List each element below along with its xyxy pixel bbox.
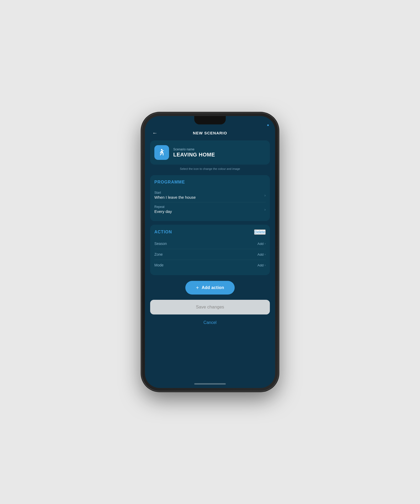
add-action-label: Add action — [202, 285, 224, 290]
mode-add: Add › — [258, 263, 266, 267]
phone-frame: ← NEW SCENARIO Scenario name LEAVI — [142, 113, 278, 391]
repeat-row[interactable]: Repeat Every day › — [154, 202, 266, 216]
mode-chevron: › — [265, 263, 266, 267]
season-add: Add › — [258, 242, 266, 246]
season-add-label: Add — [258, 242, 264, 246]
header: ← NEW SCENARIO — [150, 128, 270, 140]
programme-card: PROGRAMME Start When I leave the house ›… — [150, 175, 270, 221]
start-chevron: › — [264, 193, 266, 197]
icon-hint: Select the icon to change the colour and… — [150, 167, 270, 170]
zone-add: Add › — [258, 253, 266, 256]
add-action-button[interactable]: + Add action — [185, 281, 235, 295]
mode-add-label: Add — [258, 263, 264, 267]
action-title: ACTION — [154, 230, 172, 234]
season-chevron: › — [265, 242, 266, 245]
repeat-value: Every day — [154, 209, 172, 214]
scenario-name: LEAVING HOME — [173, 152, 215, 158]
home-indicator — [145, 380, 275, 388]
zone-chevron: › — [265, 253, 266, 256]
season-label: Season — [154, 242, 167, 246]
phone-wrapper: ← NEW SCENARIO Scenario name LEAVI — [142, 113, 278, 391]
scenario-card[interactable]: Scenario name LEAVING HOME — [150, 140, 270, 165]
mode-row[interactable]: Mode Add › — [154, 260, 266, 270]
zone-label: Zone — [154, 252, 163, 256]
start-value: When I leave the house — [154, 195, 196, 200]
repeat-label: Repeat — [154, 205, 172, 209]
status-indicator — [267, 124, 269, 126]
mode-label: Mode — [154, 263, 164, 267]
page-title: NEW SCENARIO — [193, 131, 227, 135]
scenario-icon[interactable] — [154, 145, 169, 160]
zone-add-label: Add — [258, 253, 264, 256]
cancel-button[interactable]: Cancel — [150, 318, 270, 327]
svg-point-0 — [161, 149, 162, 150]
start-info: Start When I leave the house — [154, 191, 196, 200]
back-button[interactable]: ← — [150, 129, 160, 137]
plus-icon: + — [196, 285, 199, 290]
repeat-chevron: › — [264, 207, 266, 212]
bottom-area: Save changes Cancel — [150, 299, 270, 331]
add-action-wrapper: + Add action — [150, 279, 270, 299]
save-button[interactable]: Save changes — [150, 300, 270, 314]
notch — [194, 116, 226, 124]
start-label: Start — [154, 191, 196, 195]
zone-row[interactable]: Zone Add › — [154, 249, 266, 260]
programme-title: PROGRAMME — [154, 180, 266, 185]
season-row[interactable]: Season Add › — [154, 238, 266, 249]
screen-content: ← NEW SCENARIO Scenario name LEAVI — [145, 128, 275, 380]
scenario-label: Scenario name — [173, 148, 215, 151]
action-card: ACTION Delete Season Add › Zone Add — [150, 225, 270, 275]
repeat-info: Repeat Every day — [154, 205, 172, 214]
home-bar — [194, 383, 226, 385]
action-header: ACTION Delete — [154, 229, 266, 235]
delete-button[interactable]: Delete — [254, 229, 266, 235]
phone-screen: ← NEW SCENARIO Scenario name LEAVI — [145, 116, 275, 388]
start-row[interactable]: Start When I leave the house › — [154, 188, 266, 202]
person-walking-icon — [158, 148, 166, 157]
scenario-info: Scenario name LEAVING HOME — [173, 148, 215, 158]
